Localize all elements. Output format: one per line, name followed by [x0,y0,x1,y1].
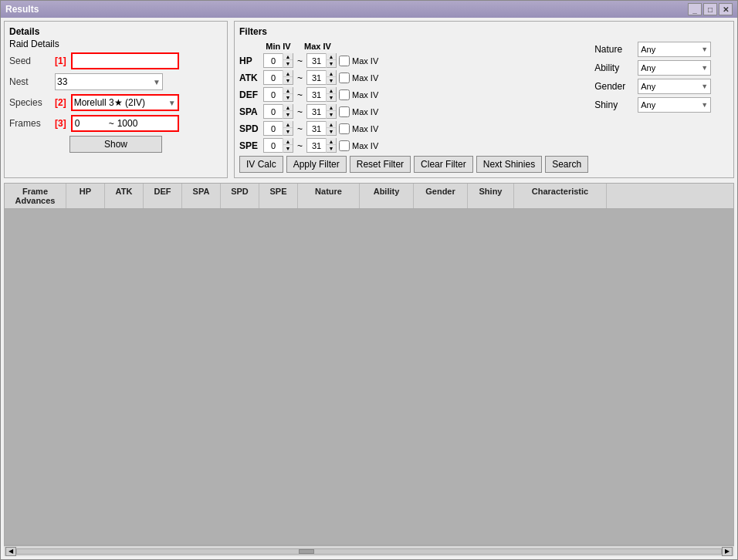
spa-max-down[interactable]: ▼ [327,111,336,118]
main-window: Results _ □ ✕ Details Raid Details Seed … [0,0,738,560]
iv-label-def: DEF [239,89,261,100]
spa-max-input[interactable] [307,105,326,118]
spd-min-arrows: ▲ ▼ [283,121,293,136]
gender-label: Gender [594,81,633,92]
spd-max-up[interactable]: ▲ [327,121,336,128]
atk-max-down[interactable]: ▼ [327,77,336,84]
gender-arrow[interactable]: ▼ [701,83,708,90]
hp-max-input[interactable] [307,54,326,67]
close-button[interactable]: ✕ [719,3,733,15]
def-min-arrows: ▲ ▼ [283,87,293,102]
clear-filter-button[interactable]: Clear Filter [414,156,473,173]
gender-value: Any [641,82,701,91]
species-row: Species [2] Morelull 3★ (2IV) ▼ [9,94,222,111]
spa-maxiv-label: Max IV [352,107,378,116]
results-table-wrapper: FrameAdvances HP ATK DEF SPA SPD SPE Nat… [4,183,734,545]
spa-maxiv-check[interactable] [339,106,350,117]
scroll-right-button[interactable]: ▶ [722,547,733,556]
next-shinies-button[interactable]: Next Shinies [476,156,542,173]
iv-calc-button[interactable]: IV Calc [239,156,283,173]
hp-max-arrows: ▲ ▼ [326,53,336,68]
def-min-down[interactable]: ▼ [283,94,293,101]
nature-row: Nature Any ▼ [594,42,729,57]
spe-max-spinbox: ▲ ▼ [306,138,337,153]
scrollbar-track[interactable] [16,548,722,555]
spa-max-spinbox: ▲ ▼ [306,104,337,119]
spe-maxiv-check[interactable] [339,140,350,151]
atk-max-up[interactable]: ▲ [327,70,336,77]
spd-maxiv-check[interactable] [339,123,350,134]
spa-min-down[interactable]: ▼ [283,111,293,118]
restore-button[interactable]: □ [703,3,717,15]
ability-row: Ability Any ▼ [594,60,729,76]
col-spa: SPA [182,184,221,208]
atk-min-arrows: ▲ ▼ [283,70,293,85]
reset-filter-button[interactable]: Reset Filter [350,156,411,173]
iv-label-spe: SPE [239,140,261,151]
show-button[interactable]: Show [69,136,162,153]
col-ability: Ability [360,184,414,208]
hp-min-arrows: ▲ ▼ [283,53,293,68]
scroll-left-button[interactable]: ◀ [5,547,16,556]
ability-arrow[interactable]: ▼ [701,64,708,72]
spe-min-down[interactable]: ▼ [283,145,293,152]
species-wrapper: Morelull 3★ (2IV) ▼ [71,94,179,111]
def-max-input[interactable] [307,88,326,101]
search-button[interactable]: Search [545,156,588,173]
nature-select-wrapper: Any ▼ [638,42,711,57]
spd-maxiv-label: Max IV [352,124,378,133]
scrollbar-thumb[interactable] [299,549,314,554]
apply-filter-button[interactable]: Apply Filter [286,156,347,173]
nature-arrow[interactable]: ▼ [701,46,708,53]
def-max-down[interactable]: ▼ [327,94,336,101]
spd-max-down[interactable]: ▼ [327,128,336,135]
atk-min-down[interactable]: ▼ [283,77,293,84]
frames-from-input[interactable] [75,118,106,129]
spe-min-up[interactable]: ▲ [283,138,293,145]
hp-max-down[interactable]: ▼ [327,60,336,67]
iv-row-spa: SPA ▲ ▼ ~ [239,104,588,119]
nest-dropdown-arrow[interactable]: ▼ [153,78,161,86]
ability-value: Any [641,63,701,73]
top-area: Details Raid Details Seed [1] Nest 33 ▼ [4,21,734,178]
def-min-spinbox: ▲ ▼ [263,87,293,102]
frames-row: Frames [3] ~ [9,115,222,132]
spa-max-arrows: ▲ ▼ [326,104,336,119]
spd-min-down[interactable]: ▼ [283,128,293,135]
frames-to-input[interactable] [117,118,152,129]
spa-min-input[interactable] [264,105,283,118]
main-content: Details Raid Details Seed [1] Nest 33 ▼ [1,18,737,559]
hp-max-up[interactable]: ▲ [327,53,336,60]
atk-max-input[interactable] [307,71,326,84]
spe-max-input[interactable] [307,139,326,152]
nest-row: Nest 33 ▼ [9,73,222,90]
spe-min-input[interactable] [264,139,283,152]
species-dropdown-arrow[interactable]: ▼ [168,99,176,107]
spd-min-up[interactable]: ▲ [283,121,293,128]
hp-min-input[interactable] [264,54,283,67]
def-min-input[interactable] [264,88,283,101]
details-section-label: Details [9,26,222,37]
spa-max-up[interactable]: ▲ [327,104,336,111]
def-min-up[interactable]: ▲ [283,87,293,94]
shiny-arrow[interactable]: ▼ [701,101,708,109]
spd-min-input[interactable] [264,122,283,135]
gender-row: Gender Any ▼ [594,79,729,94]
max-iv-header: Max IV [303,42,332,51]
atk-min-up[interactable]: ▲ [283,70,293,77]
atk-maxiv-check[interactable] [339,73,350,83]
hp-min-down[interactable]: ▼ [283,60,293,67]
title-bar: Results _ □ ✕ [1,1,737,18]
spe-max-up[interactable]: ▲ [327,138,336,145]
atk-min-input[interactable] [264,71,283,84]
hp-maxiv-check[interactable] [339,56,350,66]
spd-max-input[interactable] [307,122,326,135]
minimize-button[interactable]: _ [688,3,702,15]
def-maxiv-check[interactable] [339,89,350,100]
spe-max-down[interactable]: ▼ [327,145,336,152]
spe-max-arrows: ▲ ▼ [326,138,336,153]
seed-input[interactable] [71,52,179,69]
hp-min-up[interactable]: ▲ [283,53,293,60]
def-max-up[interactable]: ▲ [327,87,336,94]
spa-min-up[interactable]: ▲ [283,104,293,111]
